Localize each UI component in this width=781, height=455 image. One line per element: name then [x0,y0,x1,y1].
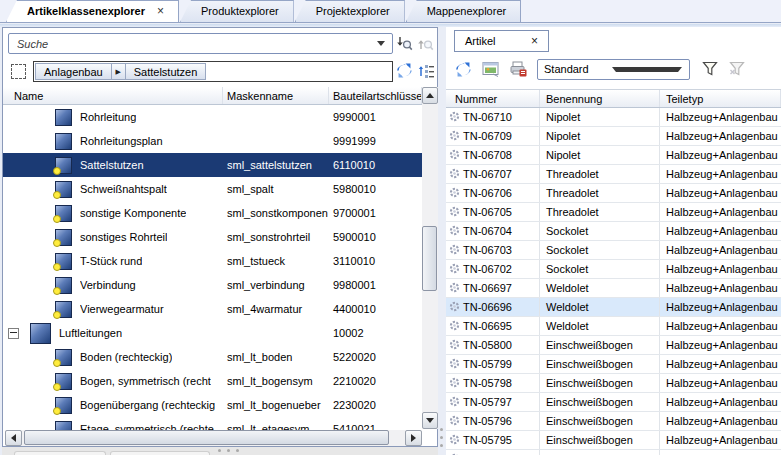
cell-teiletyp: Halbzeug+Anlagenbau [660,336,781,354]
cell-nummer: TN-05798 [446,374,540,392]
table-row[interactable] [446,450,781,455]
table-row[interactable]: TN-05799 Einschweißbogen Halbzeug+Anlage… [446,355,781,374]
table-row[interactable]: TN-05800 Einschweißbogen Halbzeug+Anlage… [446,336,781,355]
table-row[interactable]: TN-05795 Einschweißbogen Halbzeug+Anlage… [446,431,781,450]
bottom-docked-tab[interactable] [110,451,210,455]
cell-benennung: Sockolet [540,241,660,259]
refresh-icon[interactable] [455,61,473,78]
tree-row[interactable]: Rohrleitungsplan 9991999 [3,129,422,153]
table-row[interactable]: TN-06708 Nipolet Halbzeug+Anlagenbau [446,146,781,165]
tree-row[interactable]: Vierwegearmatur sml_4warmatur 4400010 [3,297,422,321]
scroll-up-icon[interactable] [422,87,438,104]
tree-horizontal-scrollbar[interactable] [5,430,422,446]
open-in-window-icon[interactable] [482,61,500,78]
cell-nummer: TN-06710 [446,108,540,126]
document-tab[interactable]: Produktexplorer [180,0,294,22]
close-icon[interactable]: × [157,4,164,18]
column-header-benennung[interactable]: Benennung [540,90,660,107]
print-report-icon[interactable] [509,61,527,78]
search-up-icon[interactable] [417,35,434,52]
table-row[interactable]: TN-06707 Threadolet Halbzeug+Anlagenbau [446,165,781,184]
table-row[interactable]: TN-06709 Nipolet Halbzeug+Anlagenbau [446,127,781,146]
vertical-splitter[interactable] [438,27,446,455]
tree-row[interactable]: T-Stück rund sml_tstueck 3110010 [3,249,422,273]
breadcrumb-item-sattelstutzen[interactable]: Sattelstutzen [126,63,207,80]
splitter-grip[interactable] [440,428,443,447]
cell-benennung: Threadolet [540,165,660,183]
scroll-down-icon[interactable] [422,412,438,429]
breadcrumb-item-anlagenbau[interactable]: Anlagenbau [35,63,112,80]
search-input[interactable] [15,37,377,51]
table-row[interactable]: TN-06696 Weldolet Halbzeug+Anlagenbau [446,298,781,317]
bottom-docked-tab[interactable] [14,451,106,455]
tree-column-headers: Name Maskenname Bauteilartschlüssel [3,87,422,105]
selection-marquee-icon[interactable] [11,64,26,79]
table-row[interactable]: TN-06706 Threadolet Halbzeug+Anlagenbau [446,184,781,203]
tree-cell-name: sonstiges Rohrteil [3,225,223,249]
cell-teiletyp: Halbzeug+Anlagenbau [660,241,781,259]
tree-row[interactable]: Boden (rechteckig) sml_lt_boden 5220020 [3,345,422,369]
breadcrumb-separator-icon[interactable]: ▶ [112,63,126,80]
tree-row[interactable]: Verbindung sml_verbindung 9980001 [3,273,422,297]
tree-cell-name: Sattelstutzen [3,153,223,177]
document-tab[interactable]: Artikelklassenexplorer× [6,0,179,22]
tree-row[interactable]: sonstige Komponente sml_sonstkomponen 97… [3,201,422,225]
scroll-right-icon[interactable] [405,430,422,446]
cell-benennung [540,450,660,455]
cell-benennung: Weldolet [540,279,660,297]
part-gear-icon [449,320,460,333]
tree-row[interactable]: Sattelstutzen sml_sattelstutzen 6110010 [3,153,422,177]
table-row[interactable]: TN-06695 Weldolet Halbzeug+Anlagenbau [446,317,781,336]
table-row[interactable]: TN-05796 Einschweißbogen Halbzeug+Anlage… [446,412,781,431]
close-icon[interactable]: × [531,34,538,48]
table-row[interactable]: TN-05797 Einschweißbogen Halbzeug+Anlage… [446,393,781,412]
tree-row[interactable]: Rohrleitung 9990001 [3,105,422,129]
table-row[interactable]: TN-06703 Sockolet Halbzeug+Anlagenbau [446,241,781,260]
column-header-name[interactable]: Name [3,87,223,104]
chevron-down-icon[interactable] [377,41,385,46]
tree-cell-name: Boden (rechteckig) [3,345,223,369]
cell-benennung: Einschweißbogen [540,336,660,354]
scroll-track[interactable] [422,104,438,412]
view-selector[interactable]: Standard [537,59,690,80]
scroll-thumb[interactable] [422,226,437,291]
table-row[interactable]: TN-06697 Weldolet Halbzeug+Anlagenbau [446,279,781,298]
cell-teiletyp: Halbzeug+Anlagenbau [660,355,781,373]
table-row[interactable]: TN-06710 Nipolet Halbzeug+Anlagenbau [446,108,781,127]
cell-benennung: Sockolet [540,260,660,278]
cell-benennung: Weldolet [540,317,660,335]
table-row[interactable]: TN-06704 Sockolet Halbzeug+Anlagenbau [446,222,781,241]
tree-row[interactable]: Luftleitungen 10002 [3,321,422,345]
column-header-bauteilartschluessel[interactable]: Bauteilartschlüssel [329,87,422,104]
search-down-icon[interactable] [396,35,413,52]
apply-structure-icon[interactable] [418,62,435,79]
part-gear-icon [449,244,460,257]
tree-row[interactable]: Schweißnahtspalt sml_spalt 5980010 [3,177,422,201]
scroll-track[interactable] [22,430,405,446]
tree-vertical-scrollbar[interactable] [422,87,438,429]
table-row[interactable]: TN-06702 Sockolet Halbzeug+Anlagenbau [446,260,781,279]
part-gear-icon [449,377,460,390]
table-row[interactable]: TN-05798 Einschweißbogen Halbzeug+Anlage… [446,374,781,393]
scroll-left-icon[interactable] [5,430,22,446]
clear-filter-icon[interactable] [729,61,747,78]
column-header-nummer[interactable]: Nummer [446,90,540,107]
tree-row[interactable]: sonstiges Rohrteil sml_sonstrohrteil 590… [3,225,422,249]
filter-icon[interactable] [702,61,720,78]
scroll-thumb[interactable] [24,430,389,445]
table-row[interactable]: TN-06705 Threadolet Halbzeug+Anlagenbau [446,203,781,222]
tree-row[interactable]: Bogen, symmetrisch (recht sml_lt_bogensy… [3,369,422,393]
search-combobox[interactable] [8,33,393,54]
splitter-grip[interactable] [218,449,239,452]
tree-row[interactable]: Etage, symmetrisch (rechte sml_lt_etages… [3,417,422,431]
document-tab[interactable]: Projektexplorer [295,0,405,22]
tree-row[interactable]: Bogenübergang (rechteckig sml_lt_bogenue… [3,393,422,417]
column-header-teiletyp[interactable]: Teiletyp [660,90,781,107]
document-tab[interactable]: Mappenexplorer [406,0,522,22]
refresh-icon[interactable] [396,62,413,79]
class-node-icon [55,373,72,390]
tab-artikel[interactable]: Artikel × [454,30,549,52]
column-header-maskenname[interactable]: Maskenname [223,87,329,104]
chevron-down-icon[interactable] [612,67,682,72]
collapse-expander-icon[interactable] [8,328,19,339]
